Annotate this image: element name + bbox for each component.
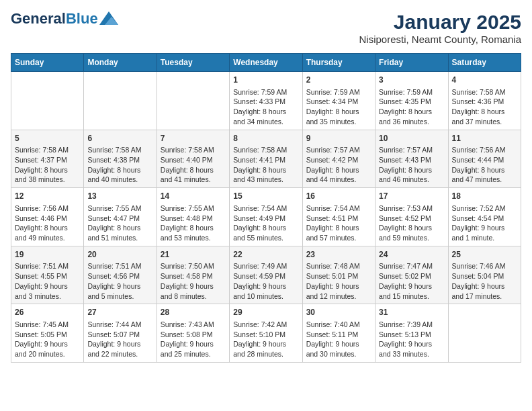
- day-number: 25: [452, 249, 517, 261]
- calendar-cell: 30Sunrise: 7:40 AM Sunset: 5:11 PM Dayli…: [302, 304, 375, 363]
- header-saturday: Saturday: [448, 54, 521, 72]
- day-info: Sunrise: 7:43 AM Sunset: 5:08 PM Dayligh…: [161, 320, 226, 359]
- calendar-cell: [11, 72, 84, 130]
- calendar-table: SundayMondayTuesdayWednesdayThursdayFrid…: [11, 53, 521, 363]
- logo: GeneralBlue: [11, 11, 118, 27]
- day-info: Sunrise: 7:58 AM Sunset: 4:41 PM Dayligh…: [233, 145, 298, 185]
- day-info: Sunrise: 7:40 AM Sunset: 5:11 PM Dayligh…: [306, 320, 371, 359]
- week-row-4: 19Sunrise: 7:51 AM Sunset: 4:55 PM Dayli…: [11, 246, 521, 304]
- day-info: Sunrise: 7:56 AM Sunset: 4:46 PM Dayligh…: [15, 203, 80, 243]
- day-number: 4: [452, 75, 517, 86]
- day-info: Sunrise: 7:54 AM Sunset: 4:51 PM Dayligh…: [306, 203, 371, 243]
- week-row-1: 1Sunrise: 7:59 AM Sunset: 4:33 PM Daylig…: [11, 72, 521, 130]
- day-info: Sunrise: 7:59 AM Sunset: 4:35 PM Dayligh…: [379, 87, 444, 127]
- calendar-cell: 13Sunrise: 7:55 AM Sunset: 4:47 PM Dayli…: [84, 188, 157, 246]
- calendar-cell: 3Sunrise: 7:59 AM Sunset: 4:35 PM Daylig…: [375, 72, 448, 130]
- calendar-cell: 18Sunrise: 7:52 AM Sunset: 4:54 PM Dayli…: [448, 188, 521, 246]
- day-number: 30: [306, 307, 371, 318]
- day-info: Sunrise: 7:47 AM Sunset: 5:02 PM Dayligh…: [379, 261, 444, 301]
- header-monday: Monday: [84, 54, 157, 72]
- day-number: 29: [233, 307, 298, 318]
- day-number: 7: [161, 133, 226, 144]
- calendar-cell: 31Sunrise: 7:39 AM Sunset: 5:13 PM Dayli…: [375, 304, 448, 363]
- day-number: 12: [15, 191, 80, 202]
- week-row-3: 12Sunrise: 7:56 AM Sunset: 4:46 PM Dayli…: [11, 188, 521, 246]
- calendar-cell: 2Sunrise: 7:59 AM Sunset: 4:34 PM Daylig…: [302, 72, 375, 130]
- page-header: GeneralBlue January 2025 Nisiporesti, Ne…: [11, 11, 521, 45]
- calendar-header-row: SundayMondayTuesdayWednesdayThursdayFrid…: [11, 54, 521, 72]
- day-number: 1: [233, 75, 298, 86]
- calendar-cell: 11Sunrise: 7:56 AM Sunset: 4:44 PM Dayli…: [448, 130, 521, 188]
- day-number: 16: [306, 191, 371, 202]
- header-tuesday: Tuesday: [157, 54, 229, 72]
- day-info: Sunrise: 7:55 AM Sunset: 4:48 PM Dayligh…: [161, 203, 226, 243]
- day-number: 8: [233, 133, 298, 144]
- calendar-cell: 27Sunrise: 7:44 AM Sunset: 5:07 PM Dayli…: [84, 304, 157, 363]
- day-number: 11: [452, 133, 517, 144]
- title-block: January 2025 Nisiporesti, Neamt County, …: [359, 11, 521, 45]
- calendar-cell: 8Sunrise: 7:58 AM Sunset: 4:41 PM Daylig…: [230, 130, 302, 188]
- day-info: Sunrise: 7:56 AM Sunset: 4:44 PM Dayligh…: [452, 145, 517, 185]
- day-info: Sunrise: 7:58 AM Sunset: 4:36 PM Dayligh…: [452, 87, 517, 127]
- day-number: 31: [379, 307, 444, 318]
- day-number: 24: [379, 249, 444, 261]
- day-info: Sunrise: 7:44 AM Sunset: 5:07 PM Dayligh…: [87, 320, 152, 359]
- day-info: Sunrise: 7:51 AM Sunset: 4:56 PM Dayligh…: [87, 261, 152, 301]
- calendar-cell: 15Sunrise: 7:54 AM Sunset: 4:49 PM Dayli…: [230, 188, 302, 246]
- day-number: 26: [15, 307, 80, 318]
- day-info: Sunrise: 7:59 AM Sunset: 4:33 PM Dayligh…: [233, 87, 298, 127]
- calendar-cell: [448, 304, 521, 363]
- day-number: 28: [161, 307, 226, 318]
- day-info: Sunrise: 7:59 AM Sunset: 4:34 PM Dayligh…: [306, 87, 371, 127]
- day-info: Sunrise: 7:54 AM Sunset: 4:49 PM Dayligh…: [233, 203, 298, 243]
- day-info: Sunrise: 7:46 AM Sunset: 5:04 PM Dayligh…: [452, 261, 517, 301]
- calendar-cell: 4Sunrise: 7:58 AM Sunset: 4:36 PM Daylig…: [448, 72, 521, 130]
- calendar-cell: 29Sunrise: 7:42 AM Sunset: 5:10 PM Dayli…: [230, 304, 302, 363]
- day-number: 14: [161, 191, 226, 202]
- day-number: 23: [306, 249, 371, 261]
- day-info: Sunrise: 7:45 AM Sunset: 5:05 PM Dayligh…: [15, 320, 80, 359]
- header-sunday: Sunday: [11, 54, 84, 72]
- day-number: 2: [306, 75, 371, 86]
- calendar-cell: 9Sunrise: 7:57 AM Sunset: 4:42 PM Daylig…: [302, 130, 375, 188]
- day-info: Sunrise: 7:51 AM Sunset: 4:55 PM Dayligh…: [15, 261, 80, 301]
- logo-text: GeneralBlue: [11, 11, 98, 27]
- day-info: Sunrise: 7:58 AM Sunset: 4:40 PM Dayligh…: [161, 145, 226, 185]
- day-number: 17: [379, 191, 444, 202]
- calendar-cell: 12Sunrise: 7:56 AM Sunset: 4:46 PM Dayli…: [11, 188, 84, 246]
- day-info: Sunrise: 7:55 AM Sunset: 4:47 PM Dayligh…: [87, 203, 152, 243]
- calendar-cell: 10Sunrise: 7:57 AM Sunset: 4:43 PM Dayli…: [375, 130, 448, 188]
- day-number: 9: [306, 133, 371, 144]
- day-info: Sunrise: 7:58 AM Sunset: 4:38 PM Dayligh…: [87, 145, 152, 185]
- logo-icon: [99, 11, 118, 25]
- calendar-cell: 7Sunrise: 7:58 AM Sunset: 4:40 PM Daylig…: [157, 130, 229, 188]
- page-subtitle: Nisiporesti, Neamt County, Romania: [359, 34, 521, 45]
- day-number: 18: [452, 191, 517, 202]
- calendar-cell: 16Sunrise: 7:54 AM Sunset: 4:51 PM Dayli…: [302, 188, 375, 246]
- day-number: 22: [233, 249, 298, 261]
- day-info: Sunrise: 7:57 AM Sunset: 4:42 PM Dayligh…: [306, 145, 371, 185]
- header-thursday: Thursday: [302, 54, 375, 72]
- page-title: January 2025: [359, 11, 521, 34]
- calendar-cell: 17Sunrise: 7:53 AM Sunset: 4:52 PM Dayli…: [375, 188, 448, 246]
- calendar-cell: 20Sunrise: 7:51 AM Sunset: 4:56 PM Dayli…: [84, 246, 157, 304]
- day-info: Sunrise: 7:52 AM Sunset: 4:54 PM Dayligh…: [452, 203, 517, 243]
- calendar-cell: 14Sunrise: 7:55 AM Sunset: 4:48 PM Dayli…: [157, 188, 229, 246]
- day-info: Sunrise: 7:39 AM Sunset: 5:13 PM Dayligh…: [379, 320, 444, 359]
- day-info: Sunrise: 7:42 AM Sunset: 5:10 PM Dayligh…: [233, 320, 298, 359]
- day-number: 5: [15, 133, 80, 144]
- day-info: Sunrise: 7:57 AM Sunset: 4:43 PM Dayligh…: [379, 145, 444, 185]
- day-number: 13: [87, 191, 152, 202]
- calendar-cell: 22Sunrise: 7:49 AM Sunset: 4:59 PM Dayli…: [230, 246, 302, 304]
- week-row-5: 26Sunrise: 7:45 AM Sunset: 5:05 PM Dayli…: [11, 304, 521, 363]
- day-number: 27: [87, 307, 152, 318]
- day-number: 15: [233, 191, 298, 202]
- logo-blue: Blue: [66, 10, 98, 27]
- header-friday: Friday: [375, 54, 448, 72]
- calendar-cell: 1Sunrise: 7:59 AM Sunset: 4:33 PM Daylig…: [230, 72, 302, 130]
- day-number: 6: [87, 133, 152, 144]
- day-number: 10: [379, 133, 444, 144]
- logo-general: General: [11, 10, 66, 27]
- calendar-cell: 25Sunrise: 7:46 AM Sunset: 5:04 PM Dayli…: [448, 246, 521, 304]
- calendar-cell: 5Sunrise: 7:58 AM Sunset: 4:37 PM Daylig…: [11, 130, 84, 188]
